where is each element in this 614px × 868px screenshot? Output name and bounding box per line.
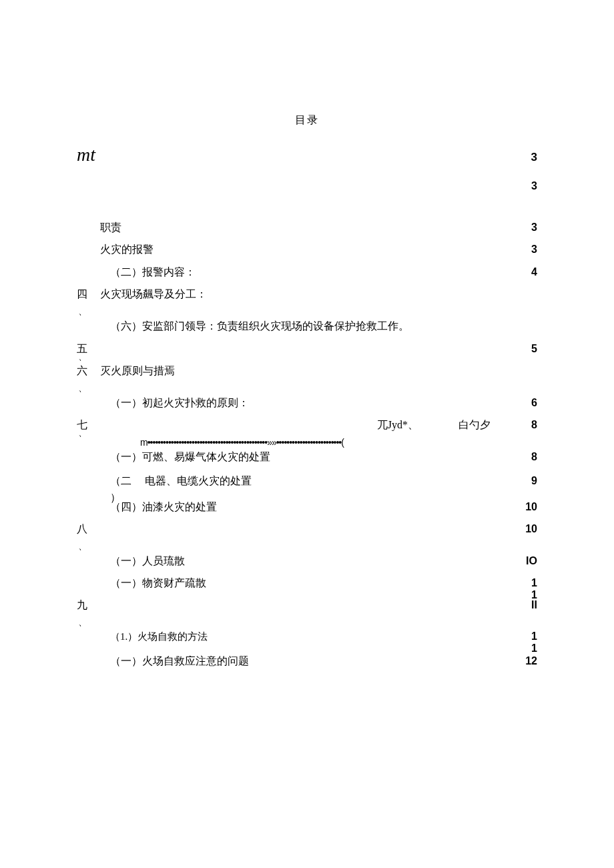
page-num: 3 [511, 241, 537, 258]
toc-row-7: 七 兀Jyd*、 白勺夕 8 [77, 416, 537, 434]
toc-fragment: 白勺夕 [458, 416, 491, 434]
toc-row-anjiandept: （六）安监部门领导：负责组织火灾现场的设备保护抢救工作。 [77, 318, 537, 335]
toc-row-principle: 六 灭火原则与措焉 [77, 362, 537, 380]
page-num: 3 [511, 177, 537, 195]
toc-row-evacuate-people: （一）人员琉散 IO [77, 552, 537, 570]
toc-row-paint: （四）油漆火灾的处置 10 [77, 498, 537, 516]
toc-text: （二）报警内容： [110, 264, 196, 281]
toc-row-dots: m ••••••••••••••••••••••••••••••••••••••… [77, 435, 537, 450]
toc-title: 目录 [77, 113, 537, 127]
marker-comma: 、 [78, 382, 537, 394]
section-6: 六 灭火原则与措焉 、 （一）初起火灾扑救的原则： 6 [77, 362, 537, 411]
page-num: IO [511, 552, 537, 570]
dots-text: ••••••••••••••••••••••••••••••••••••••••… [147, 435, 344, 450]
dots-prefix: m [140, 435, 147, 450]
page-num: 8 [511, 448, 537, 466]
marker-comma: 、 [78, 616, 537, 628]
marker-comma: 、 [78, 351, 87, 363]
toc-text: （一）可燃、易爆气体火灾的处置 [110, 448, 270, 466]
section-4: 四 火灾现场飆导及分工： 、 （六）安监部门领导：负责组织火灾现场的设备保护抢救… [77, 286, 537, 334]
section-marker: 九 [77, 596, 100, 614]
heading-mt-text: mt [77, 144, 95, 165]
toc-text: （一）初起火灾扑救的原则： [110, 394, 249, 412]
page-num: II [511, 596, 537, 614]
toc-row-baojing: 火灾的报警 3 [77, 241, 537, 258]
heading-mt-row: mt 3 [77, 144, 537, 165]
marker-comma: 、 [78, 540, 537, 552]
marker-comma: 、 [78, 427, 87, 439]
toc-text: （一）人员琉散 [110, 552, 185, 570]
toc-text: （一）物资财产疏散 [110, 574, 206, 592]
toc-row-leadership: 四 火灾现场飆导及分工： [77, 286, 537, 303]
toc-row-empty-3: 3 [77, 177, 537, 195]
toc-text: 电器、电缆火灾的处置 [145, 472, 252, 490]
page-num: 3 [531, 151, 537, 164]
toc-row-9: 九 II [77, 596, 537, 614]
marker-comma: 、 [78, 306, 537, 318]
section-8: 八 10 、 （一）人员琉散 IO （一）物资财产疏散 1 1 [77, 520, 537, 600]
section-9: 九 II 、 （1.）火场自救的方法 1 1 （一）火场自救应注意的问题 12 [77, 596, 537, 669]
toc-prefix: （二 [110, 472, 131, 490]
section-marker: 四 [77, 286, 100, 303]
toc-row-electric: （二 电器、电缆火灾的处置 9 [77, 472, 537, 490]
page-num: 9 [511, 472, 537, 490]
document-page: 目录 mt 3 3 职责 3 火灾的报警 3 （二）报警内容： 4 四 火灾现场… [0, 0, 614, 670]
toc-text: 灭火原则与措焉 [100, 362, 175, 380]
page-num: 6 [511, 394, 537, 412]
page-num: 12 [511, 653, 537, 670]
toc-row-selfrescue-note: （一）火场自救应注意的问题 12 [77, 653, 537, 670]
page-num: 3 [511, 219, 537, 236]
section-marker: 六 [77, 362, 100, 380]
toc-row-zhize: 职责 3 [77, 219, 537, 236]
page-num: 4 [511, 264, 537, 281]
toc-row-5: 五 5 [77, 340, 537, 358]
toc-text: 火灾现场飆导及分工： [100, 286, 207, 303]
toc-text: （1.）火场自救的方法 [110, 628, 208, 644]
page-num: 5 [511, 340, 537, 358]
toc-row-combustible: （一）可燃、易爆气体火灾的处置 8 [77, 448, 537, 466]
section-marker: 八 [77, 520, 100, 538]
toc-row-baojing-content: （二）报警内容： 4 [77, 264, 537, 281]
page-num: 1 [511, 577, 537, 589]
page-num: 8 [511, 416, 537, 434]
toc-row-8: 八 10 [77, 520, 537, 538]
page-num-stacked: 1 1 [511, 630, 537, 654]
section-5: 五 5 、 [77, 340, 537, 358]
toc-row-selfrescue: （1.）火场自救的方法 1 1 [77, 628, 537, 654]
page-num: 1 [511, 630, 537, 642]
toc-text: （一）火场自救应注意的问题 [110, 653, 249, 670]
toc-text: 职责 [100, 219, 121, 236]
page-num: 10 [511, 520, 537, 538]
toc-text: （六）安监部门领导：负责组织火灾现场的设备保护抢救工作。 [110, 318, 409, 335]
toc-text: （四）油漆火灾的处置 [110, 498, 217, 516]
toc-text: 火灾的报警 [100, 241, 154, 258]
page-num: 10 [511, 498, 537, 516]
section-7: 七 兀Jyd*、 白勺夕 8 、 m •••••••••••••••••••••… [77, 416, 537, 515]
toc-row-first-fire: （一）初起火灾扑救的原则： 6 [77, 394, 537, 412]
toc-fragment: 兀Jyd*、 [377, 416, 418, 434]
